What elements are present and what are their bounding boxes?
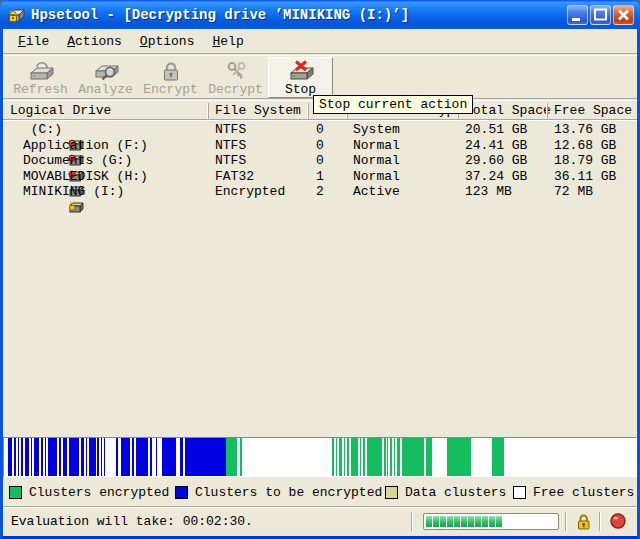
white-swatch-icon [513, 486, 526, 499]
column-separator[interactable] [546, 103, 548, 119]
table-row-drive-c[interactable]: (C:) NTFS 0 System 20.51 GB 13.76 GB [3, 122, 637, 138]
app-window: Hpsetool - [Decrypting drive ’MINIKING (… [0, 0, 640, 539]
status-text: Evaluation will take: 00:02:30. [11, 514, 253, 529]
column-header-logical-drive[interactable]: Logical Drive [10, 103, 111, 118]
menu-bar: File Actions Options Help [3, 29, 637, 54]
green-swatch-icon [9, 486, 22, 499]
title-bar: Hpsetool - [Decrypting drive ’MINIKING (… [0, 0, 640, 29]
table-row-drive-h[interactable]: MOVABLEDISK (H:) FAT32 1 Normal 37.24 GB… [3, 169, 637, 185]
maximize-button[interactable] [590, 5, 611, 25]
statusbar-separator [599, 512, 601, 531]
table-row-drive-g[interactable]: Documents (G:) NTFS 0 Normal 29.60 GB 18… [3, 153, 637, 169]
legend-data-clusters: Data clusters [385, 485, 506, 500]
refresh-drive-icon [25, 60, 57, 82]
record-red-icon [609, 512, 627, 534]
drive-list: (C:) NTFS 0 System 20.51 GB 13.76 GB App… [3, 122, 637, 435]
padlock-icon [155, 60, 187, 82]
column-header-file-system[interactable]: File System [215, 103, 301, 118]
cluster-legend: Clusters encrypted Clusters to be encryp… [3, 481, 637, 506]
toolbar: Refresh Analyze [3, 55, 637, 99]
analyze-button[interactable]: Analyze [73, 57, 138, 98]
menu-options[interactable]: Options [131, 32, 204, 51]
window-title: Hpsetool - [Decrypting drive ’MINIKING (… [31, 7, 567, 23]
refresh-button[interactable]: Refresh [8, 57, 73, 98]
legend-free-clusters: Free clusters [513, 485, 634, 500]
tooltip-stop-current-action: Stop current action [313, 95, 473, 114]
encrypt-button[interactable]: Encrypt [138, 57, 203, 98]
table-row-drive-i[interactable]: MINIKING (I:) Encrypted 2 Active 123 MB … [3, 184, 637, 200]
legend-clusters-encrypted: Clusters encrypted [9, 485, 169, 500]
cluster-map [3, 437, 637, 477]
app-drive-lock-icon [6, 6, 26, 24]
column-header-free-space[interactable]: Free Space [554, 103, 632, 118]
table-row-drive-f[interactable]: Application (F:) NTFS 0 Normal 24.41 GB … [3, 138, 637, 154]
blue-swatch-icon [175, 486, 188, 499]
stop-button[interactable]: Stop [268, 57, 333, 98]
minimize-button[interactable] [567, 5, 588, 25]
status-bar: Evaluation will take: 00:02:30. [3, 506, 637, 536]
decrypt-button[interactable]: Decrypt [203, 57, 268, 98]
khaki-swatch-icon [385, 486, 398, 499]
statusbar-separator [565, 512, 567, 531]
menu-actions[interactable]: Actions [58, 32, 131, 51]
menu-file[interactable]: File [9, 32, 58, 51]
progress-bar [423, 513, 559, 530]
column-separator[interactable] [207, 103, 209, 119]
menu-help[interactable]: Help [203, 32, 252, 51]
column-header-total-space[interactable]: Total Space [465, 103, 551, 118]
column-separator[interactable] [307, 103, 309, 119]
close-button[interactable] [613, 5, 634, 25]
lock-icon [575, 512, 592, 535]
stop-drive-icon [285, 60, 317, 82]
keys-icon [220, 60, 252, 82]
statusbar-separator [411, 512, 413, 531]
analyze-drive-icon [90, 60, 122, 82]
legend-clusters-to-be-encrypted: Clusters to be encrypted [175, 485, 382, 500]
